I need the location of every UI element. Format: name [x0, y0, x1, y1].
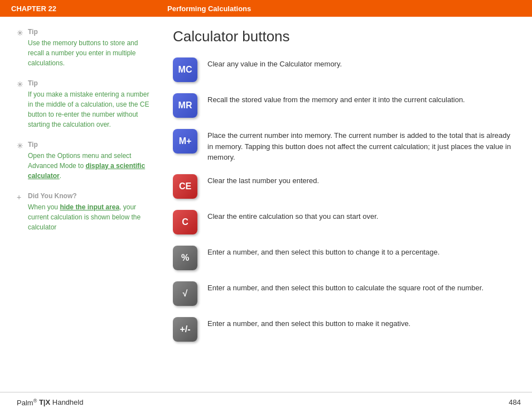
tip-3-text: Open the Options menu and select Advance…: [28, 151, 151, 181]
mr-btn-desc: Recall the stored value from the memory …: [207, 92, 465, 106]
tip-1-label: Tip: [28, 28, 151, 36]
did-you-know-label: Did You Know?: [28, 192, 151, 200]
tip-2-text: If you make a mistake entering a number …: [28, 89, 151, 130]
neg-btn-desc: Enter a number, and then select this but…: [207, 316, 410, 329]
calc-item: +/-Enter a number, and then select this …: [173, 316, 515, 342]
footer-brand: Palm® T|X Handheld: [17, 397, 83, 406]
c-btn[interactable]: C: [173, 210, 197, 234]
tip-2: ✳ Tip If you make a mistake entering a n…: [17, 79, 151, 130]
sidebar: ✳ Tip Use the memory buttons to store an…: [0, 17, 162, 392]
did-you-know-text: When you hide the input area, your curre…: [28, 202, 151, 232]
pct-btn[interactable]: %: [173, 246, 197, 270]
tip-2-label: Tip: [28, 79, 151, 87]
mr-btn[interactable]: MR: [173, 93, 197, 118]
header: CHAPTER 22 Performing Calculations: [0, 0, 532, 17]
footer-suffix: Handheld: [52, 399, 84, 407]
page-title: Calculator buttons: [173, 28, 515, 45]
c-btn-desc: Clear the entire calculation so that you…: [207, 209, 378, 222]
header-title: Performing Calculations: [167, 4, 251, 13]
ce-btn[interactable]: CE: [173, 174, 197, 199]
tip-1-icon: ✳: [17, 28, 23, 37]
footer: Palm® T|X Handheld 484: [0, 392, 532, 412]
calc-item: √Enter a number, and then select this bu…: [173, 280, 515, 306]
did-you-know-link[interactable]: hide the input area: [60, 203, 119, 211]
tip-3: ✳ Tip Open the Options menu and select A…: [17, 141, 151, 181]
tip-3-icon: ✳: [17, 141, 23, 150]
footer-sup: ®: [33, 397, 37, 403]
did-you-know-text-before: When you: [28, 203, 60, 211]
header-chapter: CHAPTER 22: [11, 4, 167, 13]
calc-item: CEClear the last number you entered.: [173, 173, 515, 199]
content-area: ✳ Tip Use the memory buttons to store an…: [0, 17, 532, 392]
calc-item: CClear the entire calculation so that yo…: [173, 209, 515, 234]
tip-1: ✳ Tip Use the memory buttons to store an…: [17, 28, 151, 68]
neg-btn[interactable]: +/-: [173, 317, 197, 342]
calc-item: MRRecall the stored value from the memor…: [173, 92, 515, 118]
tip-3-label: Tip: [28, 141, 151, 148]
mc-btn-desc: Clear any value in the Calculator memory…: [207, 56, 342, 70]
calc-item: %Enter a number, and then select this bu…: [173, 245, 515, 270]
ce-btn-desc: Clear the last number you entered.: [207, 173, 319, 186]
mplus-btn[interactable]: M+: [173, 129, 197, 154]
tip-2-icon: ✳: [17, 80, 23, 89]
mplus-btn-desc: Place the current number into memory. Th…: [207, 128, 515, 163]
did-you-know: + Did You Know? When you hide the input …: [17, 192, 151, 232]
footer-model: T|X: [39, 399, 50, 407]
calc-item: M+Place the current number into memory. …: [173, 128, 515, 163]
pct-btn-desc: Enter a number, and then select this but…: [207, 245, 439, 258]
did-you-know-icon: +: [17, 193, 21, 202]
calculator-buttons-list: MCClear any value in the Calculator memo…: [173, 56, 515, 342]
footer-page-number: 484: [509, 398, 521, 406]
tip-1-text: Use the memory buttons to store and reca…: [28, 38, 151, 68]
footer-brand-name: Palm®: [17, 399, 37, 407]
main-content: Calculator buttons MCClear any value in …: [162, 17, 532, 392]
mc-btn[interactable]: MC: [173, 58, 197, 82]
tip-3-text-after: .: [60, 172, 61, 180]
sqrt-btn-desc: Enter a number, and then select this but…: [207, 280, 483, 294]
calc-item: MCClear any value in the Calculator memo…: [173, 56, 515, 82]
sqrt-btn[interactable]: √: [173, 281, 197, 306]
